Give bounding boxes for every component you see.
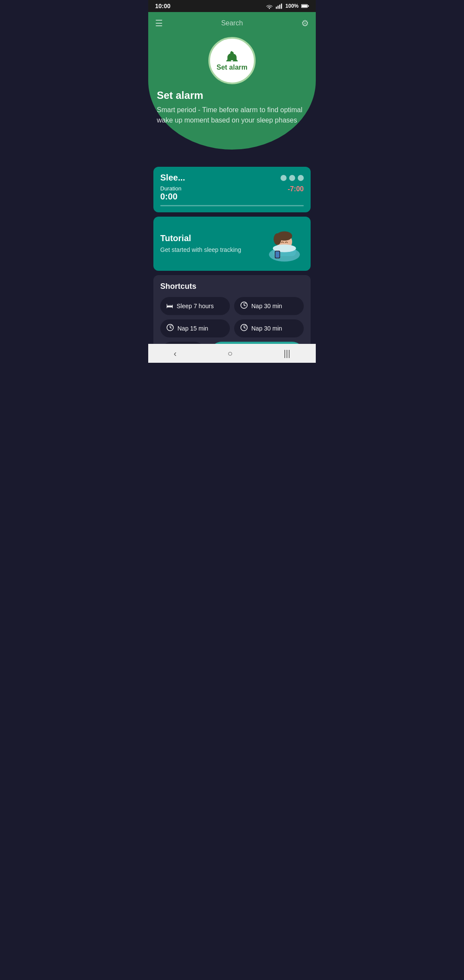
tutorial-text-area: Tutorial Get started with sleep tracking (160, 233, 261, 254)
alarm-circle-container: Set alarm (148, 37, 316, 84)
nap-30-label-1: Nap 30 min (251, 303, 282, 309)
svg-rect-3 (281, 3, 282, 9)
status-right: 100% (266, 3, 309, 9)
tutorial-card[interactable]: Tutorial Get started with sleep tracking (153, 217, 311, 271)
sleeping-person-illustration (265, 224, 304, 263)
signal-icon (276, 3, 283, 9)
duration-left: Duration 0:00 (160, 185, 181, 202)
sleep-label: Slee... (160, 173, 185, 183)
recent-button[interactable]: ||| (275, 345, 299, 362)
tutorial-subtitle: Get started with sleep tracking (160, 246, 261, 254)
home-button[interactable]: ○ (219, 345, 241, 362)
shortcuts-title: Shortcuts (160, 282, 304, 291)
settings-icon[interactable]: ⚙ (301, 18, 309, 28)
tutorial-title: Tutorial (160, 233, 261, 243)
dot-2 (289, 175, 295, 181)
nap-30-min-button-1[interactable]: Z Nap 30 min (234, 297, 304, 315)
nap-30-min-button-2[interactable]: Z Nap 30 min (234, 319, 304, 337)
svg-rect-0 (276, 7, 277, 9)
search-placeholder: Search (221, 19, 243, 27)
battery-display: 100% (285, 3, 299, 9)
status-bar: 10:00 100% (148, 0, 316, 12)
dot-1 (281, 175, 287, 181)
tooltip-title: Set alarm (148, 89, 316, 101)
sleep-card-top: Slee... (160, 173, 304, 183)
bed-icon: 🛏 (166, 302, 173, 310)
tooltip-overlay: ☰ Search ⚙ Set alarm Set alarm Smart per… (148, 12, 316, 150)
bottom-nav: ‹ ○ ||| (148, 344, 316, 363)
nap-30-label-2: Nap 30 min (251, 325, 282, 332)
svg-rect-5 (302, 5, 307, 7)
sleep-7-hours-button[interactable]: 🛏 Sleep 7 hours (160, 297, 230, 315)
duration-row: Duration 0:00 -7:00 (160, 185, 304, 202)
svg-rect-2 (279, 5, 280, 9)
duration-label: Duration (160, 185, 181, 192)
nap-15-min-button[interactable]: Z Nap 15 min (160, 319, 230, 337)
tooltip-body: Smart period - Time before alarm to find… (148, 105, 316, 126)
menu-icon[interactable]: ☰ (155, 18, 163, 28)
shortcuts-grid: 🛏 Sleep 7 hours Z Nap 30 min (160, 297, 304, 337)
shortcuts-card: Shortcuts 🛏 Sleep 7 hours Z Nap 30 min (153, 275, 311, 344)
tooltip-header: ☰ Search ⚙ (148, 12, 316, 33)
dots-row (281, 175, 304, 181)
svg-rect-14 (275, 251, 279, 257)
wifi-icon (266, 3, 273, 9)
alarm-circle-text: Set alarm (217, 64, 247, 71)
svg-rect-1 (278, 6, 278, 9)
progress-bar (160, 205, 304, 206)
svg-point-11 (274, 233, 281, 245)
battery-icon (301, 3, 309, 9)
alarm-z-icon-3: Z (240, 324, 248, 333)
duration-right: -7:00 (288, 185, 304, 193)
nap-15-label: Nap 15 min (177, 325, 208, 332)
svg-rect-6 (308, 6, 309, 7)
alarm-circle[interactable]: Set alarm (208, 37, 256, 84)
alarm-z-icon-1: Z (240, 301, 248, 311)
duration-value: 0:00 (160, 192, 181, 202)
alarm-bell-icon (225, 50, 239, 64)
time-display: 10:00 (155, 3, 171, 9)
back-button[interactable]: ‹ (165, 345, 185, 362)
alarm-z-icon-2: Z (166, 324, 174, 333)
dot-3 (298, 175, 304, 181)
sleep-card[interactable]: Slee... Duration 0:00 -7:00 (153, 167, 311, 212)
sleep-7-label: Sleep 7 hours (177, 303, 214, 309)
